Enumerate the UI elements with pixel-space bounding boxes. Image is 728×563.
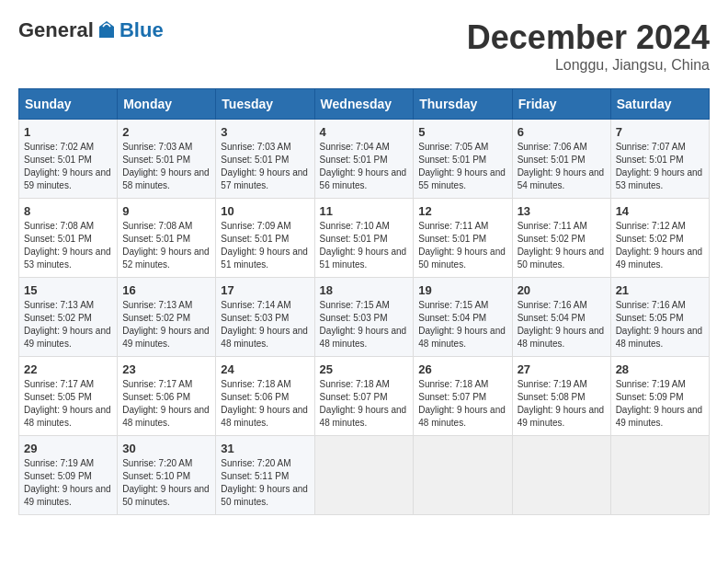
day-number: 14 [616,204,704,218]
weekday-header-saturday: Saturday [610,89,709,120]
day-number: 21 [616,283,704,297]
day-detail: Sunrise: 7:08 AMSunset: 5:01 PMDaylight:… [24,220,112,271]
logo-icon [96,19,118,41]
day-number: 25 [320,362,409,376]
weekday-header-wednesday: Wednesday [314,89,414,120]
day-number: 26 [418,362,506,376]
logo-blue-text: Blue [119,18,164,42]
day-number: 6 [518,125,606,139]
day-detail: Sunrise: 7:19 AMSunset: 5:09 PMDaylight:… [616,378,704,430]
calendar-cell: 7Sunrise: 7:07 AMSunset: 5:01 PMDaylight… [610,120,709,199]
day-detail: Sunrise: 7:15 AMSunset: 5:04 PMDaylight:… [418,299,506,350]
calendar-cell: 25Sunrise: 7:18 AMSunset: 5:07 PMDayligh… [314,357,414,436]
weekday-header-tuesday: Tuesday [216,89,314,120]
day-detail: Sunrise: 7:09 AMSunset: 5:01 PMDaylight:… [221,220,309,271]
calendar-week-5: 29Sunrise: 7:19 AMSunset: 5:09 PMDayligh… [19,436,710,515]
day-detail: Sunrise: 7:10 AMSunset: 5:01 PMDaylight:… [320,220,409,271]
day-number: 31 [221,442,309,455]
calendar-cell: 13Sunrise: 7:11 AMSunset: 5:02 PMDayligh… [512,199,610,278]
calendar-week-2: 8Sunrise: 7:08 AMSunset: 5:01 PMDaylight… [19,199,710,278]
calendar-cell: 28Sunrise: 7:19 AMSunset: 5:09 PMDayligh… [610,357,709,436]
calendar-cell: 29Sunrise: 7:19 AMSunset: 5:09 PMDayligh… [19,436,118,515]
calendar-week-1: 1Sunrise: 7:02 AMSunset: 5:01 PMDaylight… [19,120,710,199]
day-number: 19 [418,283,506,297]
day-number: 9 [122,204,210,218]
day-detail: Sunrise: 7:17 AMSunset: 5:06 PMDaylight:… [122,378,210,430]
day-detail: Sunrise: 7:14 AMSunset: 5:03 PMDaylight:… [221,299,309,350]
logo: General Blue [18,18,164,42]
day-detail: Sunrise: 7:17 AMSunset: 5:05 PMDaylight:… [24,378,112,430]
calendar-week-3: 15Sunrise: 7:13 AMSunset: 5:02 PMDayligh… [19,278,710,357]
day-detail: Sunrise: 7:08 AMSunset: 5:01 PMDaylight:… [122,220,210,271]
weekday-header-thursday: Thursday [414,89,512,120]
day-number: 30 [122,442,210,455]
day-number: 8 [24,204,112,218]
page-header: General Blue December 2024 Longgu, Jiang… [18,18,710,74]
calendar-cell: 24Sunrise: 7:18 AMSunset: 5:06 PMDayligh… [216,357,314,436]
calendar-cell: 16Sunrise: 7:13 AMSunset: 5:02 PMDayligh… [118,278,216,357]
weekday-header-sunday: Sunday [19,89,118,120]
day-number: 7 [616,125,704,139]
calendar-header-row: SundayMondayTuesdayWednesdayThursdayFrid… [19,89,710,120]
day-detail: Sunrise: 7:13 AMSunset: 5:02 PMDaylight:… [122,299,210,350]
day-number: 23 [122,362,210,376]
day-number: 2 [122,125,210,139]
day-detail: Sunrise: 7:20 AMSunset: 5:11 PMDaylight:… [221,457,309,509]
day-number: 12 [418,204,506,218]
day-detail: Sunrise: 7:06 AMSunset: 5:01 PMDaylight:… [518,141,606,192]
day-detail: Sunrise: 7:18 AMSunset: 5:07 PMDaylight:… [320,378,409,430]
title-block: December 2024 Longgu, Jiangsu, China [467,18,710,74]
day-number: 17 [221,283,309,297]
day-detail: Sunrise: 7:19 AMSunset: 5:09 PMDaylight:… [24,457,112,509]
calendar-cell: 10Sunrise: 7:09 AMSunset: 5:01 PMDayligh… [216,199,314,278]
calendar-table: SundayMondayTuesdayWednesdayThursdayFrid… [18,88,710,515]
day-number: 20 [518,283,606,297]
day-detail: Sunrise: 7:05 AMSunset: 5:01 PMDaylight:… [418,141,506,192]
day-number: 11 [320,204,409,218]
day-detail: Sunrise: 7:20 AMSunset: 5:10 PMDaylight:… [122,457,210,509]
calendar-cell [610,436,709,515]
calendar-cell: 30Sunrise: 7:20 AMSunset: 5:10 PMDayligh… [118,436,216,515]
logo-general-text: General [18,18,94,42]
calendar-cell: 3Sunrise: 7:03 AMSunset: 5:01 PMDaylight… [216,120,314,199]
day-number: 1 [24,125,112,139]
calendar-cell: 31Sunrise: 7:20 AMSunset: 5:11 PMDayligh… [216,436,314,515]
calendar-cell: 14Sunrise: 7:12 AMSunset: 5:02 PMDayligh… [610,199,709,278]
day-detail: Sunrise: 7:13 AMSunset: 5:02 PMDaylight:… [24,299,112,350]
calendar-cell: 18Sunrise: 7:15 AMSunset: 5:03 PMDayligh… [314,278,414,357]
day-detail: Sunrise: 7:07 AMSunset: 5:01 PMDaylight:… [616,141,704,192]
calendar-cell: 21Sunrise: 7:16 AMSunset: 5:05 PMDayligh… [610,278,709,357]
weekday-header-friday: Friday [512,89,610,120]
calendar-cell: 2Sunrise: 7:03 AMSunset: 5:01 PMDaylight… [118,120,216,199]
day-number: 27 [518,362,606,376]
calendar-cell: 15Sunrise: 7:13 AMSunset: 5:02 PMDayligh… [19,278,118,357]
calendar-cell: 22Sunrise: 7:17 AMSunset: 5:05 PMDayligh… [19,357,118,436]
calendar-cell: 5Sunrise: 7:05 AMSunset: 5:01 PMDaylight… [414,120,512,199]
day-number: 18 [320,283,409,297]
location: Longgu, Jiangsu, China [467,57,710,74]
day-number: 4 [320,125,409,139]
calendar-cell: 12Sunrise: 7:11 AMSunset: 5:01 PMDayligh… [414,199,512,278]
day-detail: Sunrise: 7:12 AMSunset: 5:02 PMDaylight:… [616,220,704,271]
calendar-cell: 19Sunrise: 7:15 AMSunset: 5:04 PMDayligh… [414,278,512,357]
day-detail: Sunrise: 7:04 AMSunset: 5:01 PMDaylight:… [320,141,409,192]
calendar-cell: 4Sunrise: 7:04 AMSunset: 5:01 PMDaylight… [314,120,414,199]
day-number: 28 [616,362,704,376]
day-detail: Sunrise: 7:03 AMSunset: 5:01 PMDaylight:… [122,141,210,192]
day-number: 3 [221,125,309,139]
calendar-cell: 20Sunrise: 7:16 AMSunset: 5:04 PMDayligh… [512,278,610,357]
day-number: 24 [221,362,309,376]
calendar-cell [414,436,512,515]
day-number: 13 [518,204,606,218]
day-number: 29 [24,442,112,455]
calendar-week-4: 22Sunrise: 7:17 AMSunset: 5:05 PMDayligh… [19,357,710,436]
calendar-cell: 6Sunrise: 7:06 AMSunset: 5:01 PMDaylight… [512,120,610,199]
day-number: 22 [24,362,112,376]
calendar-cell [314,436,414,515]
weekday-header-monday: Monday [118,89,216,120]
calendar-cell: 23Sunrise: 7:17 AMSunset: 5:06 PMDayligh… [118,357,216,436]
month-title: December 2024 [467,18,710,57]
day-detail: Sunrise: 7:18 AMSunset: 5:06 PMDaylight:… [221,378,309,430]
day-detail: Sunrise: 7:16 AMSunset: 5:04 PMDaylight:… [518,299,606,350]
day-detail: Sunrise: 7:18 AMSunset: 5:07 PMDaylight:… [418,378,506,430]
